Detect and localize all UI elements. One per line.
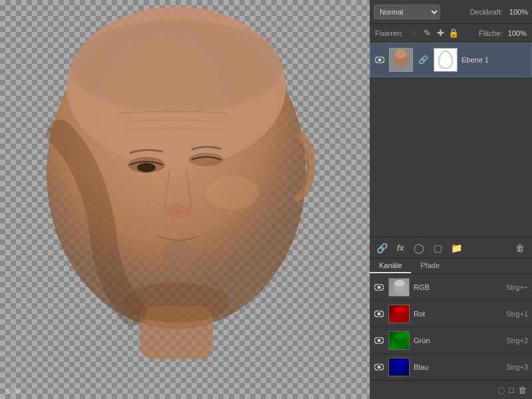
svg-point-27 bbox=[378, 338, 381, 342]
lock-all-icon[interactable]: 🔒 bbox=[448, 28, 459, 39]
layer-name: Ebene 1 bbox=[462, 56, 527, 64]
channel-list: RGB Strg+~ Rot Strg+1 bbox=[370, 274, 532, 380]
new-channel-icon[interactable]: □ bbox=[509, 385, 514, 395]
svg-point-6 bbox=[165, 205, 192, 218]
channel-shortcut-rgb: Strg+~ bbox=[506, 283, 528, 291]
layer-visibility-toggle[interactable] bbox=[374, 55, 385, 65]
svg-point-14 bbox=[378, 59, 382, 62]
dotted-circle-icon[interactable]: ◌ bbox=[497, 385, 505, 395]
watermark: s.de bbox=[5, 386, 21, 396]
lock-move-icon[interactable]: ✚ bbox=[435, 28, 446, 39]
mask-icon[interactable]: ▢ bbox=[431, 241, 444, 255]
svg-point-29 bbox=[394, 333, 405, 340]
layer-section: 🔗 Ebene 1 bbox=[370, 43, 532, 237]
channel-row-blau[interactable]: Blau Strg+3 bbox=[370, 354, 532, 380]
channel-visibility-rot[interactable] bbox=[374, 309, 384, 319]
svg-point-25 bbox=[394, 307, 405, 313]
link-icon[interactable]: 🔗 bbox=[375, 241, 388, 255]
svg-point-3 bbox=[128, 157, 165, 173]
svg-point-11 bbox=[123, 283, 229, 323]
canvas-area[interactable]: s.de bbox=[0, 0, 370, 399]
svg-point-21 bbox=[394, 280, 405, 287]
flache-value: 100% bbox=[505, 29, 527, 37]
channels-bottom-bar: ◌ □ 🗑 bbox=[370, 380, 532, 399]
folder-icon[interactable]: 📁 bbox=[450, 241, 463, 255]
opacity-label: Deckkraft: bbox=[469, 8, 503, 16]
channel-name-blau: Blau bbox=[414, 363, 502, 371]
svg-point-10 bbox=[206, 176, 259, 209]
blend-mode-select[interactable]: Normal bbox=[374, 5, 440, 19]
delete-icon[interactable]: 🗑 bbox=[513, 241, 527, 255]
channel-shortcut-gruen: Strg+2 bbox=[506, 336, 528, 344]
svg-point-19 bbox=[378, 285, 381, 289]
svg-rect-12 bbox=[0, 366, 370, 399]
channel-thumb-gruen bbox=[388, 331, 410, 350]
adjustment-layer-icon[interactable]: ◯ bbox=[412, 241, 426, 255]
channel-name-gruen: Grün bbox=[414, 336, 502, 344]
channel-row-rgb[interactable]: RGB Strg+~ bbox=[370, 274, 532, 301]
layer-chain-icon: 🔗 bbox=[418, 55, 428, 65]
channel-row-rot[interactable]: Rot Strg+1 bbox=[370, 301, 532, 327]
svg-point-33 bbox=[394, 360, 405, 366]
right-panel: Normal Deckkraft: 100% Fixieren: ◾ ✎ ✚ 🔒… bbox=[370, 0, 532, 399]
opacity-value: 100% bbox=[507, 8, 528, 16]
channel-name-rot: Rot bbox=[414, 310, 502, 318]
fx-icon[interactable]: fx bbox=[394, 241, 407, 255]
channel-name-rgb: RGB bbox=[414, 283, 502, 291]
tabs-area: Kanäle Pfade bbox=[370, 258, 532, 274]
svg-point-5 bbox=[189, 153, 223, 166]
channel-thumb-rot bbox=[388, 305, 410, 323]
layer-thumbnail bbox=[389, 48, 413, 72]
layer-bottom-icons-bar: 🔗 fx ◯ ▢ 📁 🗑 bbox=[370, 237, 532, 258]
lock-brush-icon[interactable]: ✎ bbox=[422, 28, 432, 39]
svg-point-1 bbox=[47, 17, 306, 329]
svg-point-2 bbox=[66, 7, 286, 166]
svg-point-31 bbox=[378, 365, 381, 368]
top-bar: Normal Deckkraft: 100% bbox=[370, 0, 532, 24]
tab-pfade[interactable]: Pfade bbox=[411, 259, 449, 273]
channel-thumb-rgb bbox=[388, 278, 410, 297]
tabs-row: Kanäle Pfade bbox=[370, 259, 532, 274]
app-container: s.de Normal Deckkraft: 100% Fixieren: ◾ … bbox=[0, 0, 532, 399]
svg-point-7 bbox=[162, 241, 195, 265]
delete-channel-icon[interactable]: 🗑 bbox=[518, 385, 527, 395]
fixieren-bar: Fixieren: ◾ ✎ ✚ 🔒 Fläche: 100% bbox=[370, 24, 532, 43]
channel-shortcut-rot: Strg+1 bbox=[506, 310, 528, 318]
lock-transparent-icon[interactable]: ◾ bbox=[408, 28, 419, 39]
svg-point-17 bbox=[395, 49, 407, 59]
channel-shortcut-blau: Strg+3 bbox=[506, 363, 528, 371]
channel-visibility-gruen[interactable] bbox=[374, 335, 384, 346]
channel-visibility-blau[interactable] bbox=[374, 362, 384, 372]
tab-kanale[interactable]: Kanäle bbox=[370, 259, 411, 273]
svg-point-0 bbox=[47, 20, 313, 352]
channel-visibility-rgb[interactable] bbox=[374, 282, 384, 293]
flache-label: Fläche: bbox=[479, 29, 503, 37]
svg-point-4 bbox=[137, 163, 156, 172]
layer-mask-thumbnail bbox=[434, 48, 458, 72]
fixieren-label: Fixieren: bbox=[375, 29, 403, 37]
channel-row-gruen[interactable]: Grün Strg+2 bbox=[370, 327, 532, 354]
svg-point-23 bbox=[378, 312, 381, 315]
canvas-image bbox=[0, 0, 370, 399]
channel-thumb-blau bbox=[388, 358, 410, 376]
layer-item[interactable]: 🔗 Ebene 1 bbox=[370, 43, 532, 77]
svg-rect-8 bbox=[140, 306, 213, 359]
svg-point-9 bbox=[70, 20, 283, 113]
